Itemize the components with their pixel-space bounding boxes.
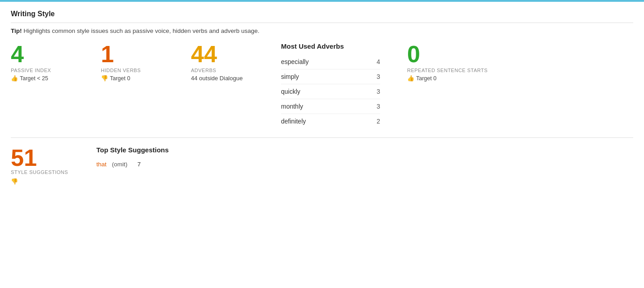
adverb-count: 3 [376,88,380,95]
hidden-verbs-target: Target 0 [101,75,177,82]
adverb-count: 3 [376,73,380,80]
repeated-sentence-starts-thumbs-up-icon [407,75,414,82]
adverbs-block: 44 ADVERBS 44 outside Dialogue [191,42,281,82]
hidden-verbs-target-text: Target 0 [110,75,130,82]
stats-row: 4 PASSIVE INDEX Target < 25 1 HIDDEN VER… [11,42,633,128]
tip-text: Tip! Highlights common style issues such… [11,27,633,34]
adverb-word: especially [281,58,308,65]
hidden-verbs-block: 1 HIDDEN VERBS Target 0 [101,42,191,82]
suggestion-word: that [96,161,107,168]
adverb-row: simply 3 [281,69,380,84]
hidden-verbs-value: 1 [101,42,177,66]
repeated-sentence-starts-target-text: Target 0 [416,75,436,82]
bottom-section: 51 STYLE SUGGESTIONS Top Style Suggestio… [11,137,633,185]
adverb-row: definitely 2 [281,114,380,128]
top-style-suggestions-title: Top Style Suggestions [96,146,169,154]
repeated-sentence-starts-value: 0 [407,42,488,66]
adverb-count: 4 [376,58,380,65]
adverb-word: quickly [281,88,300,95]
suggestion-row: that (omit) 7 [96,159,169,169]
most-used-adverbs-section: Most Used Adverbs especially 4 simply 3 … [281,42,407,128]
top-style-suggestions-block: Top Style Suggestions that (omit) 7 [96,146,169,169]
tip-label: Tip! [11,27,22,34]
adverb-word: definitely [281,118,306,125]
passive-index-block: 4 PASSIVE INDEX Target < 25 [11,42,101,82]
style-suggestions-thumbs-down-icon [11,178,18,185]
hidden-verbs-thumbs-down-icon [101,75,108,82]
style-suggestions-count: 51 [11,146,78,169]
adverbs-value: 44 [191,42,268,66]
adverb-word: monthly [281,103,303,110]
adverb-row: monthly 3 [281,99,380,114]
adverbs-list: especially 4 simply 3 quickly 3 monthly … [281,55,380,128]
adverb-row: especially 4 [281,55,380,69]
passive-index-thumbs-up-icon [11,75,18,82]
hidden-verbs-label: HIDDEN VERBS [101,68,177,73]
section-title: Writing Style [11,10,633,23]
passive-index-target: Target < 25 [11,75,87,82]
repeated-sentence-starts-block: 0 REPEATED SENTENCE STARTS Target 0 [407,42,501,82]
style-suggestions-label: STYLE SUGGESTIONS [11,169,78,175]
repeated-sentence-starts-label: REPEATED SENTENCE STARTS [407,68,488,73]
suggestion-action: (omit) [112,161,128,168]
adverb-count: 2 [376,118,380,125]
passive-index-value: 4 [11,42,87,66]
adverbs-label: ADVERBS [191,68,268,73]
style-suggestions-count-block: 51 STYLE SUGGESTIONS [11,146,78,185]
adverb-word: simply [281,73,299,80]
adverb-count: 3 [376,103,380,110]
writing-style-panel: Writing Style Tip! Highlights common sty… [0,2,644,194]
suggestion-count: 7 [137,161,141,168]
repeated-sentence-starts-target: Target 0 [407,75,488,82]
passive-index-target-text: Target < 25 [20,75,48,82]
adverb-row: quickly 3 [281,84,380,99]
most-used-adverbs-title: Most Used Adverbs [281,42,380,50]
passive-index-label: PASSIVE INDEX [11,68,87,73]
adverbs-desc: 44 outside Dialogue [191,75,268,82]
tip-description: Highlights common style issues such as p… [23,27,259,34]
